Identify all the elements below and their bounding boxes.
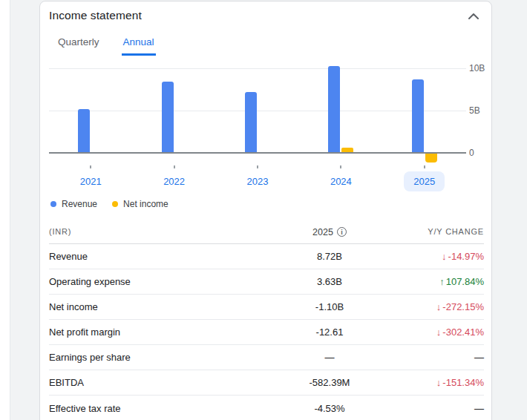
legend-label: Revenue — [62, 199, 97, 209]
table-row: Effective tax rate-4.53%— — [49, 396, 484, 420]
row-value: -1.10B — [270, 301, 389, 312]
change-header: Y/Y CHANGE — [389, 227, 484, 236]
period-header: 2025 i — [312, 227, 347, 237]
row-change: ↓-272.15% — [389, 301, 484, 312]
row-change: ↑107.84% — [389, 276, 484, 287]
row-value: -4.53% — [270, 403, 389, 414]
x-axis-tick — [174, 165, 175, 168]
row-value: — — [270, 352, 389, 363]
down-arrow-icon: ↓ — [436, 377, 442, 388]
row-change: — — [389, 352, 484, 363]
gridline — [49, 68, 466, 69]
table-row: Net profit margin-12.61↓-302.41% — [49, 320, 484, 345]
row-value: -582.39M — [270, 377, 389, 388]
net-income-bar — [425, 153, 437, 163]
income-statement-card: Income statement Quarterly Annual 10B5B0… — [39, 1, 492, 420]
row-label: Net income — [49, 301, 270, 312]
period-header-label: 2025 — [312, 227, 333, 237]
financials-table-body: Revenue8.72B↓-14.97%Operating expense3.6… — [49, 244, 484, 420]
up-arrow-icon: ↑ — [439, 276, 445, 287]
legend-label: Net income — [123, 199, 168, 209]
down-arrow-icon: ↓ — [436, 327, 442, 338]
collapse-button[interactable] — [465, 7, 482, 25]
row-label: Effective tax rate — [49, 403, 270, 414]
change-value: 107.84% — [446, 276, 484, 287]
income-chart: 10B5B0 — [49, 59, 484, 167]
chevron-up-icon — [468, 13, 479, 19]
revenue-bar — [162, 82, 174, 153]
revenue-bar — [78, 109, 90, 153]
period-tabs: Quarterly Annual — [56, 33, 156, 56]
chart-legend: RevenueNet income — [50, 199, 168, 209]
x-axis-tick — [424, 165, 425, 168]
info-icon[interactable]: i — [337, 227, 347, 237]
change-value: -302.41% — [442, 327, 484, 338]
row-value: 3.63B — [270, 276, 389, 287]
row-change: — — [389, 403, 484, 414]
x-axis-slot: 2025 — [383, 165, 466, 191]
tab-annual[interactable]: Annual — [122, 33, 156, 56]
zero-axis-line — [49, 152, 466, 154]
legend-dot — [50, 201, 56, 207]
down-arrow-icon: ↓ — [442, 251, 447, 262]
x-axis-label-2025[interactable]: 2025 — [404, 171, 445, 191]
table-row: Operating expense3.63B↑107.84% — [49, 269, 484, 295]
row-label: Operating expense — [49, 276, 270, 287]
down-arrow-icon: ↓ — [436, 301, 442, 312]
x-axis-tick — [90, 165, 91, 168]
legend-item-net-income: Net income — [112, 199, 168, 209]
y-axis-label: 0 — [469, 148, 474, 158]
currency-label: (INR) — [49, 227, 270, 236]
x-axis-slot: 2024 — [299, 165, 382, 191]
x-axis-label-2024[interactable]: 2024 — [321, 171, 361, 191]
row-label: Revenue — [49, 251, 270, 262]
revenue-bar — [245, 92, 257, 153]
legend-item-revenue: Revenue — [50, 199, 97, 209]
page-left-strip — [0, 0, 10, 420]
y-axis-label: 5B — [469, 105, 480, 116]
table-row: EBITDA-582.39M↓-151.34% — [49, 370, 484, 396]
x-axis-label-2023[interactable]: 2023 — [238, 171, 278, 191]
plot-area: 10B5B0 — [49, 59, 466, 167]
row-label: Net profit margin — [49, 327, 270, 338]
x-axis-slot: 2021 — [49, 165, 132, 191]
x-axis-label-2021[interactable]: 2021 — [71, 171, 111, 191]
row-change: ↓-302.41% — [389, 327, 484, 338]
table-row: Earnings per share—— — [49, 345, 484, 370]
row-value: -12.61 — [270, 327, 389, 338]
row-value: 8.72B — [270, 251, 389, 262]
gridline — [49, 111, 466, 111]
revenue-bar — [412, 79, 424, 153]
tab-quarterly[interactable]: Quarterly — [56, 33, 101, 56]
table-header: (INR) 2025 i Y/Y CHANGE — [49, 220, 484, 244]
page-title: Income statement — [49, 9, 142, 22]
row-change: ↓-14.97% — [389, 251, 484, 262]
change-value: -14.97% — [448, 251, 484, 262]
legend-dot — [112, 201, 118, 207]
table-row: Net income-1.10B↓-272.15% — [49, 295, 484, 320]
x-axis-slot: 2023 — [216, 165, 299, 191]
financials-table: (INR) 2025 i Y/Y CHANGE Revenue8.72B↓-14… — [49, 220, 484, 420]
table-row: Revenue8.72B↓-14.97% — [49, 244, 484, 269]
y-axis-label: 10B — [469, 63, 485, 73]
row-label: EBITDA — [49, 377, 270, 388]
change-value: -151.34% — [442, 377, 484, 388]
revenue-bar — [328, 66, 340, 153]
row-label: Earnings per share — [49, 352, 270, 363]
row-change: ↓-151.34% — [389, 377, 484, 388]
x-axis-label-2022[interactable]: 2022 — [154, 171, 194, 191]
change-value: -272.15% — [442, 301, 484, 312]
x-axis-slot: 2022 — [132, 165, 215, 191]
x-axis-tick — [340, 165, 341, 168]
x-axis: 20212022202320242025 — [49, 165, 466, 191]
x-axis-tick — [257, 165, 258, 168]
